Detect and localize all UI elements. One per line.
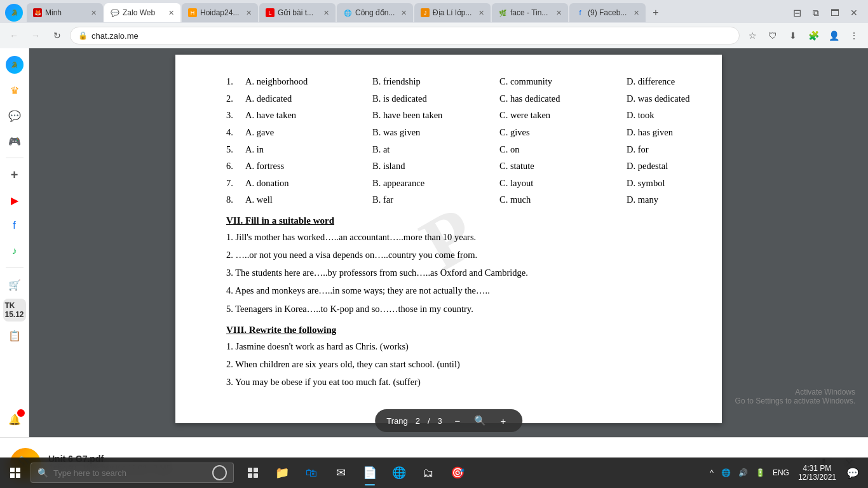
plus-sidebar-icon[interactable]: + bbox=[3, 163, 26, 186]
svg-rect-6 bbox=[248, 473, 252, 478]
tab-dialy[interactable]: J Địa Lí lớp... ✕ bbox=[414, 3, 491, 22]
tab-facebook[interactable]: f (9) Faceb... ✕ bbox=[569, 3, 646, 22]
pdf-content: 1. A. neighborhood B. friendship C. comm… bbox=[226, 74, 690, 390]
shield-icon[interactable]: 🛡 bbox=[764, 27, 782, 44]
pdf-page-current: 2 bbox=[416, 416, 420, 426]
volume-tray-icon[interactable]: 🔊 bbox=[736, 459, 750, 487]
tab-close-facebook[interactable]: ✕ bbox=[634, 9, 639, 17]
file-explorer-taskbar-icon[interactable]: 📁 bbox=[268, 459, 296, 487]
tiktok-icon: TK15.12 bbox=[4, 301, 24, 319]
main-content: P 1. A. neighborhood B. friendship C. co… bbox=[29, 48, 868, 437]
tiktok-sidebar-icon[interactable]: TK15.12 bbox=[3, 299, 26, 322]
crown-sidebar-icon[interactable]: ♛ bbox=[3, 79, 26, 102]
pdf-page-of: / bbox=[428, 416, 430, 426]
activate-windows-notice: Activate Windows Go to Settings to activ… bbox=[735, 388, 855, 405]
maximize-icon[interactable]: 🗖 bbox=[826, 4, 844, 22]
profile-icon[interactable]: 👤 bbox=[825, 27, 843, 44]
clock-time: 4:31 PM bbox=[803, 464, 832, 473]
messenger-sidebar-icon[interactable]: 💬 bbox=[3, 104, 26, 127]
svg-rect-4 bbox=[248, 468, 252, 472]
svg-rect-7 bbox=[254, 473, 258, 478]
browser-nav-bar: ← → ↻ 🔒 chat.zalo.me ☆ 🛡 ⬇ 🧩 👤 ⋮ bbox=[0, 23, 868, 48]
pdf-taskbar-icon[interactable]: 📄 bbox=[356, 459, 384, 487]
pdf-search-button[interactable]: 🔍 bbox=[473, 413, 488, 428]
coc-logo: 🐊 bbox=[6, 56, 24, 74]
bell-sidebar-icon[interactable]: 🔔 bbox=[3, 408, 26, 431]
network-tray-icon[interactable]: 🌐 bbox=[719, 459, 733, 487]
tab-minh[interactable]: 🦊 Minh ✕ bbox=[27, 3, 103, 22]
tab-title-guibai: Gửi bài t... bbox=[278, 8, 320, 17]
back-button[interactable]: ← bbox=[5, 27, 23, 44]
files-icon: 🗂 bbox=[423, 466, 434, 480]
taskbar-right: ^ 🌐 🔊 🔋 ENG 4:31 PM 12/13/2021 💬 bbox=[707, 459, 868, 487]
pdf-viewer[interactable]: P 1. A. neighborhood B. friendship C. co… bbox=[29, 48, 868, 437]
youtube-sidebar-icon[interactable]: ▶ bbox=[3, 189, 26, 212]
pdf-page-total: 3 bbox=[438, 416, 442, 426]
search-circle-icon[interactable] bbox=[212, 465, 227, 480]
tab-guibai[interactable]: L Gửi bài t... ✕ bbox=[259, 3, 336, 22]
new-tab-button[interactable]: + bbox=[647, 4, 665, 22]
clipboard-sidebar-icon[interactable]: 📋 bbox=[3, 324, 26, 347]
tab-close-guibai[interactable]: ✕ bbox=[323, 9, 329, 17]
edge-taskbar-icon[interactable]: 🌐 bbox=[385, 459, 413, 487]
download-icon[interactable]: ⬇ bbox=[784, 27, 802, 44]
mc-b-1: B. friendship bbox=[372, 74, 499, 90]
spotify-sidebar-icon[interactable]: ♪ bbox=[3, 240, 26, 262]
tab-face-tin[interactable]: 🌿 face - Tin... ✕ bbox=[492, 3, 568, 22]
language-indicator[interactable]: ENG bbox=[770, 459, 792, 487]
tab-favicon-guibai: L bbox=[266, 8, 275, 17]
lock-icon: 🔒 bbox=[78, 31, 88, 40]
bookmark-icon[interactable]: ☆ bbox=[743, 27, 761, 44]
tab-close-face-tin[interactable]: ✕ bbox=[556, 9, 562, 17]
reload-button[interactable]: ↻ bbox=[48, 27, 66, 44]
tab-close-hoidap[interactable]: ✕ bbox=[246, 9, 252, 17]
tab-close-minh[interactable]: ✕ bbox=[91, 9, 97, 17]
forward-button[interactable]: → bbox=[27, 27, 44, 44]
restore-icon[interactable]: ⧉ bbox=[807, 4, 825, 22]
coc-sidebar-icon[interactable]: 🐊 bbox=[3, 53, 26, 76]
tab-zalo[interactable]: 💬 Zalo Web ✕ bbox=[104, 3, 180, 22]
folder-icon: 📁 bbox=[275, 466, 289, 480]
mc-b-6: B. island bbox=[372, 158, 499, 174]
tab-close-congdong[interactable]: ✕ bbox=[401, 9, 407, 17]
settings-icon[interactable]: ⋮ bbox=[845, 27, 863, 44]
close-window-icon[interactable]: ✕ bbox=[845, 4, 863, 22]
clipboard-icon: 📋 bbox=[8, 330, 21, 342]
files-taskbar-icon[interactable]: 🗂 bbox=[414, 459, 442, 487]
taskbar-clock[interactable]: 4:31 PM 12/13/2021 bbox=[794, 464, 840, 482]
battery-tray-icon[interactable]: 🔋 bbox=[753, 459, 768, 487]
store-taskbar-icon[interactable]: 🛍 bbox=[297, 459, 325, 487]
tab-hoidap[interactable]: H Hoidap24... ✕ bbox=[182, 3, 258, 22]
minimize-icon[interactable]: ⊟ bbox=[788, 4, 806, 22]
chevron-up-icon: ^ bbox=[710, 468, 714, 477]
mc-a-8: A. well bbox=[245, 192, 372, 208]
mail-taskbar-icon[interactable]: ✉ bbox=[327, 459, 355, 487]
system-tray-expand[interactable]: ^ bbox=[707, 459, 716, 487]
pdf-page-label: Trang bbox=[386, 416, 407, 426]
mc-num-3: 3. bbox=[226, 107, 245, 123]
mc-d-1: D. difference bbox=[627, 74, 754, 90]
shopee-sidebar-icon[interactable]: 🛒 bbox=[3, 273, 26, 296]
tiki-taskbar-icon[interactable]: 🎯 bbox=[444, 459, 471, 487]
mc-b-7: B. appearance bbox=[372, 175, 499, 191]
search-input[interactable] bbox=[53, 468, 205, 478]
mc-a-1: A. neighborhood bbox=[245, 74, 372, 90]
pdf-zoom-in-button[interactable]: + bbox=[496, 413, 511, 428]
start-button[interactable] bbox=[0, 458, 31, 488]
game-sidebar-icon[interactable]: 🎮 bbox=[3, 130, 26, 152]
tab-congdong[interactable]: 🌐 Công đồn... ✕ bbox=[337, 3, 413, 22]
mc-d-3: D. took bbox=[627, 107, 754, 123]
game-icon: 🎮 bbox=[8, 135, 21, 147]
mc-a-7: A. donation bbox=[245, 175, 372, 191]
pdf-zoom-out-button[interactable]: − bbox=[450, 413, 465, 428]
mc-num-5: 5. bbox=[226, 142, 245, 158]
taskbar-search-box[interactable]: 🔍 bbox=[31, 463, 234, 483]
address-bar[interactable]: 🔒 chat.zalo.me bbox=[70, 27, 740, 44]
mc-d-5: D. for bbox=[627, 142, 754, 158]
facebook-sidebar-icon[interactable]: f bbox=[3, 214, 26, 237]
tab-close-dialy[interactable]: ✕ bbox=[478, 9, 484, 17]
task-view-icon[interactable] bbox=[239, 459, 267, 487]
tab-close-zalo[interactable]: ✕ bbox=[168, 9, 174, 17]
notification-center-icon[interactable]: 💬 bbox=[843, 463, 863, 483]
extension-icon[interactable]: 🧩 bbox=[804, 27, 822, 44]
